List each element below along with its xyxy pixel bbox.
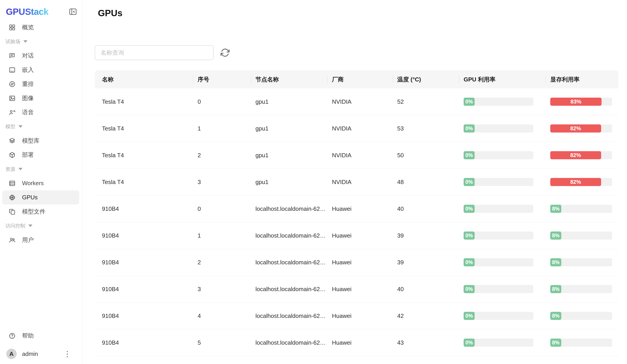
cell-vram_util: 8% bbox=[546, 205, 619, 213]
gpu-util-bar: 0% bbox=[464, 205, 533, 213]
cell-vram_util: 82% bbox=[546, 124, 619, 133]
cell-temp: 43 bbox=[393, 339, 459, 346]
sidebar-item-deployments[interactable]: 部署 bbox=[2, 148, 79, 162]
util-badge: 8% bbox=[550, 312, 561, 320]
vram-util-bar: 8% bbox=[550, 285, 612, 293]
cell-node: gpu1 bbox=[251, 179, 327, 185]
cell-name: Tesla T4 bbox=[95, 98, 193, 105]
gpu-util-bar: 0% bbox=[464, 231, 533, 240]
sidebar-item-label: 嵌入 bbox=[22, 66, 34, 74]
cell-index: 3 bbox=[193, 286, 251, 293]
chevron-down-icon bbox=[28, 225, 32, 227]
gpu-util-bar: 0% bbox=[464, 98, 533, 106]
sidebar-item-overview[interactable]: 概览 bbox=[2, 20, 79, 34]
util-badge: 0% bbox=[464, 231, 475, 240]
table-row: Tesla T43gpu1NVIDIA480%82% bbox=[95, 169, 619, 195]
header-cell-gpu_util: GPU 利用率 bbox=[459, 76, 546, 84]
voice-icon bbox=[8, 109, 16, 116]
util-bar-fill: 83% bbox=[550, 98, 602, 106]
collapse-sidebar-button[interactable] bbox=[68, 7, 77, 16]
table-row: 910B43localhost.localdomain-62490Huawei4… bbox=[95, 276, 619, 303]
header-cell-vendor: 厂商 bbox=[327, 76, 393, 84]
sidebar-item-users[interactable]: 用户 bbox=[2, 233, 79, 247]
cell-vendor: Huawei bbox=[327, 205, 393, 212]
rerank-icon bbox=[8, 81, 16, 88]
sidebar-item-label: 图像 bbox=[22, 94, 34, 102]
table-row: Tesla T41gpu1NVIDIA530%82% bbox=[95, 115, 619, 142]
cell-temp: 52 bbox=[393, 98, 459, 105]
sidebar-item-voice[interactable]: 语音 bbox=[2, 105, 79, 119]
user-menu[interactable]: A admin ⋮ bbox=[2, 346, 79, 362]
sidebar-item-model-catalog[interactable]: 模型库 bbox=[2, 134, 79, 148]
table-row: 910B44localhost.localdomain-62490Huawei4… bbox=[95, 303, 619, 329]
vram-util-bar: 8% bbox=[550, 231, 612, 240]
cell-gpu_util: 0% bbox=[459, 285, 546, 293]
cell-vram_util: 8% bbox=[546, 312, 619, 320]
cell-vendor: NVIDIA bbox=[327, 179, 393, 185]
gpu-util-bar: 0% bbox=[464, 124, 533, 133]
section-label: 试验场 bbox=[5, 38, 20, 45]
vram-util-bar: 82% bbox=[550, 178, 612, 186]
sidebar-item-label: 对话 bbox=[22, 52, 34, 60]
cell-gpu_util: 0% bbox=[459, 205, 546, 213]
sidebar-header: GPUStack bbox=[0, 5, 82, 18]
util-bar-fill: 82% bbox=[550, 124, 601, 133]
util-badge: 0% bbox=[464, 258, 475, 266]
sidebar-item-embedding[interactable]: 嵌入 bbox=[2, 63, 79, 77]
cell-vram_util: 8% bbox=[546, 339, 619, 347]
main-content: GPUs 名称序号节点名称厂商温度 (°C)GPU 利用率显存利用率 Tesla… bbox=[83, 0, 627, 364]
gpu-util-bar: 0% bbox=[464, 151, 533, 159]
util-badge: 8% bbox=[550, 339, 561, 347]
section-label: 资源 bbox=[5, 166, 15, 173]
sidebar-item-rerank[interactable]: 重排 bbox=[2, 77, 79, 91]
cell-index: 3 bbox=[193, 179, 251, 185]
sidebar-item-gpus[interactable]: GPUs bbox=[2, 190, 79, 204]
cell-gpu_util: 0% bbox=[459, 339, 546, 347]
copy-files-icon bbox=[8, 208, 16, 215]
cell-gpu_util: 0% bbox=[459, 151, 546, 159]
sidebar-section-models[interactable]: 模型 bbox=[0, 119, 82, 134]
table-row: 910B41localhost.localdomain-62490Huawei3… bbox=[95, 222, 619, 249]
cell-name: 910B4 bbox=[95, 205, 193, 212]
cell-name: 910B4 bbox=[95, 339, 193, 346]
vram-util-bar: 8% bbox=[550, 258, 612, 266]
vram-util-bar: 8% bbox=[550, 312, 612, 320]
cell-node: gpu1 bbox=[251, 152, 327, 159]
cell-gpu_util: 0% bbox=[459, 231, 546, 240]
layers-icon bbox=[8, 137, 16, 144]
sidebar-item-model-files[interactable]: 模型文件 bbox=[2, 204, 79, 219]
cell-node: localhost.localdomain-62490 bbox=[251, 205, 327, 212]
sidebar-item-help[interactable]: 帮助 bbox=[2, 329, 79, 343]
util-bar-fill: 82% bbox=[550, 178, 601, 186]
sidebar-section-access-control[interactable]: 访问控制 bbox=[0, 219, 82, 233]
refresh-button[interactable] bbox=[220, 47, 230, 58]
cell-node: gpu1 bbox=[251, 98, 327, 105]
sidebar-item-label: 语音 bbox=[22, 108, 34, 116]
sidebar-section-playground[interactable]: 试验场 bbox=[0, 34, 82, 48]
sidebar: GPUStack 概览试验场对话嵌入重排图像语音模型模型库部署资源Workers… bbox=[0, 0, 83, 364]
cell-name: 910B4 bbox=[95, 286, 193, 293]
util-badge: 8% bbox=[550, 205, 561, 213]
cell-name: Tesla T4 bbox=[95, 179, 193, 185]
cell-node: localhost.localdomain-62490 bbox=[251, 232, 327, 239]
header-cell-vram_util: 显存利用率 bbox=[546, 76, 619, 84]
cell-node: localhost.localdomain-62490 bbox=[251, 313, 327, 319]
kebab-menu-icon[interactable]: ⋮ bbox=[63, 350, 71, 358]
util-badge: 0% bbox=[464, 124, 475, 133]
brand-logo: GPUStack bbox=[6, 7, 48, 17]
util-bar-fill: 82% bbox=[550, 151, 601, 159]
cell-gpu_util: 0% bbox=[459, 178, 546, 186]
table-body: Tesla T40gpu1NVIDIA520%83%Tesla T41gpu1N… bbox=[95, 89, 619, 356]
sidebar-item-chat[interactable]: 对话 bbox=[2, 48, 79, 63]
cell-name: 910B4 bbox=[95, 259, 193, 266]
cell-temp: 40 bbox=[393, 205, 459, 212]
cell-index: 0 bbox=[193, 205, 251, 212]
sidebar-item-label: 概览 bbox=[22, 23, 34, 31]
cell-vendor: NVIDIA bbox=[327, 152, 393, 159]
sidebar-item-workers[interactable]: Workers bbox=[2, 176, 79, 190]
sidebar-section-resources[interactable]: 资源 bbox=[0, 162, 82, 176]
search-input[interactable] bbox=[95, 45, 213, 60]
cell-index: 2 bbox=[193, 152, 251, 159]
util-badge: 8% bbox=[550, 285, 561, 293]
sidebar-item-image[interactable]: 图像 bbox=[2, 91, 79, 105]
